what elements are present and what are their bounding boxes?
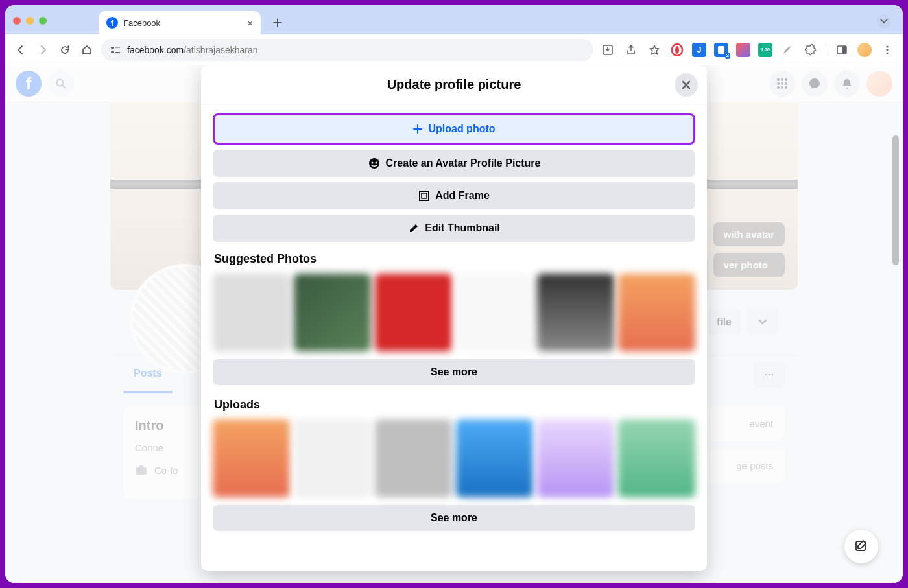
extension-blue[interactable]: J xyxy=(692,43,706,57)
close-icon xyxy=(680,79,692,91)
tab-bar: f Facebook × xyxy=(5,5,903,34)
arrow-right-icon xyxy=(37,44,49,56)
create-avatar-label: Create an Avatar Profile Picture xyxy=(386,158,541,169)
window-controls xyxy=(13,17,47,25)
svg-point-26 xyxy=(371,162,373,164)
add-frame-label: Add Frame xyxy=(435,190,490,202)
menu-button[interactable] xyxy=(879,42,895,58)
photo-thumb[interactable] xyxy=(456,419,533,497)
upload-photo-label: Upload photo xyxy=(428,123,495,135)
edit-thumbnail-button[interactable]: Edit Thumbnail xyxy=(213,215,695,242)
photo-thumb[interactable] xyxy=(375,274,452,351)
upload-photo-button[interactable]: Upload photo xyxy=(213,113,695,145)
minimize-window-dot[interactable] xyxy=(26,17,34,25)
plus-icon xyxy=(272,18,283,28)
extensions-button[interactable] xyxy=(802,42,818,58)
uploads-heading: Uploads xyxy=(214,398,694,412)
svg-point-12 xyxy=(887,52,889,54)
modal-title: Update profile picture xyxy=(387,77,521,92)
photo-thumb[interactable] xyxy=(618,419,695,497)
install-icon xyxy=(602,44,614,56)
star-icon xyxy=(649,44,660,56)
close-tab-icon[interactable]: × xyxy=(247,18,253,29)
profile-avatar[interactable] xyxy=(857,43,872,57)
update-profile-picture-modal: Update profile picture Upload photo Crea… xyxy=(201,65,707,571)
extension-quill[interactable] xyxy=(780,43,794,57)
install-app-button[interactable] xyxy=(600,42,615,58)
photo-thumb[interactable] xyxy=(537,419,614,497)
svg-rect-9 xyxy=(842,46,846,54)
svg-point-25 xyxy=(369,158,379,169)
badge-count: 2 xyxy=(725,53,730,59)
browser-toolbar: facebook.com/atishrajasekharan J 2 1.00 xyxy=(5,34,903,65)
reload-icon xyxy=(59,44,71,56)
svg-rect-1 xyxy=(111,51,114,53)
address-bar[interactable]: facebook.com/atishrajasekharan xyxy=(101,39,593,61)
opera-icon xyxy=(671,43,684,56)
svg-point-11 xyxy=(887,49,889,51)
arrow-left-icon xyxy=(15,44,27,56)
photo-thumb[interactable] xyxy=(618,274,695,351)
dots-vertical-icon xyxy=(882,45,892,55)
doc-icon xyxy=(717,45,726,54)
separator xyxy=(826,43,826,56)
svg-point-10 xyxy=(887,45,889,47)
badge-text: 1.00 xyxy=(761,47,770,52)
extension-colorful[interactable] xyxy=(736,43,750,57)
see-more-uploads-button[interactable]: See more xyxy=(213,505,695,531)
svg-point-6 xyxy=(675,46,679,54)
photo-thumb[interactable] xyxy=(456,274,533,351)
svg-rect-28 xyxy=(420,191,429,200)
forward-button[interactable] xyxy=(35,42,51,58)
modal-container: Update profile picture Upload photo Crea… xyxy=(5,65,903,583)
browser-tab[interactable]: f Facebook × xyxy=(99,11,261,34)
share-icon xyxy=(625,44,637,56)
photo-thumb[interactable] xyxy=(375,419,452,497)
svg-rect-0 xyxy=(111,47,114,49)
svg-rect-3 xyxy=(115,52,120,53)
see-more-suggested-button[interactable]: See more xyxy=(213,359,695,385)
extension-opera[interactable] xyxy=(670,43,684,57)
extension-green[interactable]: 1.00 xyxy=(758,43,772,57)
panel-icon xyxy=(836,44,848,56)
browser-window: f Facebook × facebook.com/atishrajasekha… xyxy=(5,5,903,583)
compose-button[interactable] xyxy=(844,530,878,563)
plus-icon xyxy=(412,124,423,134)
extension-docs[interactable]: 2 xyxy=(714,43,728,57)
puzzle-icon xyxy=(804,44,816,56)
home-icon xyxy=(81,44,93,56)
new-tab-button[interactable] xyxy=(269,14,287,32)
side-panel-button[interactable] xyxy=(834,42,850,58)
svg-rect-2 xyxy=(115,47,120,48)
reload-button[interactable] xyxy=(57,42,73,58)
close-window-dot[interactable] xyxy=(13,17,21,25)
tabs-dropdown[interactable] xyxy=(877,14,891,29)
back-button[interactable] xyxy=(13,42,29,58)
photo-thumb[interactable] xyxy=(213,419,290,497)
photo-thumb[interactable] xyxy=(294,274,371,351)
modal-body: Upload photo Create an Avatar Profile Pi… xyxy=(201,104,707,571)
suggested-photos-heading: Suggested Photos xyxy=(214,252,694,266)
site-settings-icon[interactable] xyxy=(110,45,121,55)
create-avatar-button[interactable]: Create an Avatar Profile Picture xyxy=(213,150,695,177)
photo-thumb[interactable] xyxy=(213,274,290,351)
avatar-icon xyxy=(368,157,381,170)
content-area: f with avatar ver photo xyxy=(5,65,903,583)
chevron-down-icon xyxy=(880,19,888,24)
frame-icon xyxy=(418,190,430,202)
quill-icon xyxy=(782,44,793,56)
maximize-window-dot[interactable] xyxy=(39,17,47,25)
compose-icon xyxy=(854,539,868,554)
svg-rect-7 xyxy=(718,46,724,54)
facebook-favicon: f xyxy=(106,17,118,29)
close-modal-button[interactable] xyxy=(675,73,698,97)
photo-thumb[interactable] xyxy=(537,274,614,351)
bookmark-button[interactable] xyxy=(647,42,662,58)
share-button[interactable] xyxy=(623,42,639,58)
add-frame-button[interactable]: Add Frame xyxy=(213,182,695,209)
photo-thumb[interactable] xyxy=(294,419,371,497)
suggested-photos-row xyxy=(213,274,695,351)
home-button[interactable] xyxy=(79,42,95,58)
svg-rect-29 xyxy=(422,193,427,198)
modal-header: Update profile picture xyxy=(201,65,707,104)
